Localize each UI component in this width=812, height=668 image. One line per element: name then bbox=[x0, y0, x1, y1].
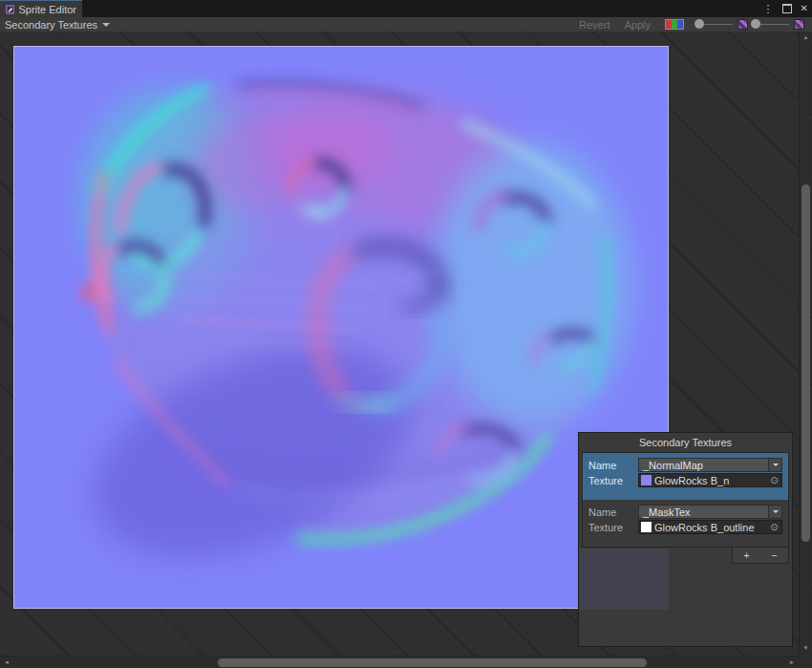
name-value: _MaskTex bbox=[643, 506, 768, 518]
remove-entry-button[interactable]: − bbox=[771, 549, 777, 562]
sprite-editor-icon bbox=[6, 4, 14, 15]
object-picker-icon[interactable]: ⊙ bbox=[767, 474, 781, 486]
name-value: _NormalMap bbox=[643, 460, 768, 471]
apply-button[interactable]: Apply bbox=[624, 19, 651, 31]
secondary-textures-panel: Secondary Textures Name _NormalMap Textu… bbox=[578, 432, 793, 647]
add-remove-box: + − bbox=[732, 548, 789, 564]
texture-value: GlowRocks B_n bbox=[654, 475, 764, 486]
tab-title: Sprite Editor bbox=[18, 4, 76, 15]
normal-map-sprite bbox=[14, 47, 668, 608]
scrollbar-corner bbox=[799, 656, 812, 668]
scroll-right-icon[interactable]: ► bbox=[789, 657, 795, 668]
name-dropdown[interactable]: _NormalMap bbox=[638, 458, 782, 472]
mip-slider-knob[interactable] bbox=[694, 19, 704, 29]
sprite-editor-canvas[interactable]: Secondary Textures Name _NormalMap Textu… bbox=[0, 32, 812, 656]
name-label: Name bbox=[588, 460, 638, 471]
texture-entry-normalmap[interactable]: Name _NormalMap Texture GlowRocks B_n ⊙ bbox=[583, 453, 788, 500]
mode-dropdown-label: Secondary Textures bbox=[5, 19, 97, 31]
object-picker-icon[interactable]: ⊙ bbox=[767, 521, 781, 533]
mip-large-icon bbox=[795, 20, 803, 29]
vertical-scrollbar-thumb[interactable] bbox=[801, 184, 810, 542]
chevron-down-icon bbox=[773, 463, 779, 466]
scroll-down-icon[interactable]: ▼ bbox=[800, 644, 812, 652]
mode-dropdown[interactable]: Secondary Textures bbox=[5, 19, 110, 31]
vertical-scrollbar[interactable]: ▲ ▼ bbox=[799, 32, 811, 656]
sprite-editor-toolbar: Secondary Textures Revert Apply bbox=[0, 17, 812, 32]
window-controls: ⋮ ✕ bbox=[763, 0, 808, 17]
texture-object-field[interactable]: GlowRocks B_n ⊙ bbox=[638, 473, 782, 487]
window-menu-icon[interactable]: ⋮ bbox=[763, 4, 774, 14]
texture-label: Texture bbox=[588, 522, 638, 533]
scroll-left-icon[interactable]: ◄ bbox=[4, 657, 10, 668]
texture-value: GlowRocks B_outline bbox=[654, 522, 764, 533]
scroll-up-icon[interactable]: ▲ bbox=[800, 33, 812, 41]
zoom-slider[interactable] bbox=[751, 17, 791, 32]
name-label: Name bbox=[588, 506, 638, 518]
zoom-slider-knob[interactable] bbox=[751, 19, 760, 29]
tab-sprite-editor[interactable]: Sprite Editor bbox=[0, 0, 82, 17]
mip-small-icon bbox=[738, 20, 747, 29]
add-entry-button[interactable]: + bbox=[743, 549, 749, 562]
texture-thumbnail bbox=[641, 522, 652, 532]
texture-object-field[interactable]: GlowRocks B_outline ⊙ bbox=[638, 520, 782, 534]
rgb-blue-bar bbox=[677, 20, 683, 29]
texture-entry-masktex[interactable]: Name _MaskTex Texture GlowRocks B_outlin… bbox=[583, 500, 788, 547]
texture-thumbnail bbox=[641, 475, 652, 485]
close-icon[interactable]: ✕ bbox=[801, 4, 808, 13]
texture-label: Texture bbox=[588, 475, 638, 486]
name-dropdown-button[interactable] bbox=[768, 459, 781, 471]
maximize-icon[interactable] bbox=[782, 4, 792, 13]
secondary-textures-list: Name _NormalMap Texture GlowRocks B_n ⊙ bbox=[582, 452, 789, 548]
chevron-down-icon bbox=[102, 23, 110, 27]
horizontal-scrollbar-thumb[interactable] bbox=[218, 658, 647, 667]
normal-map-texture-view bbox=[13, 46, 669, 609]
mip-slider[interactable] bbox=[694, 17, 735, 32]
chevron-down-icon bbox=[773, 510, 779, 513]
revert-button[interactable]: Revert bbox=[579, 19, 609, 31]
list-footer: + − bbox=[579, 548, 789, 564]
panel-title: Secondary Textures bbox=[579, 433, 792, 452]
name-dropdown[interactable]: _MaskTex bbox=[638, 505, 782, 519]
name-dropdown-button[interactable] bbox=[768, 506, 781, 518]
rgb-alpha-toggle-button[interactable] bbox=[665, 19, 684, 30]
horizontal-scrollbar[interactable]: ◄ ► bbox=[0, 656, 799, 668]
tab-bar: Sprite Editor ⋮ ✕ bbox=[0, 0, 812, 17]
